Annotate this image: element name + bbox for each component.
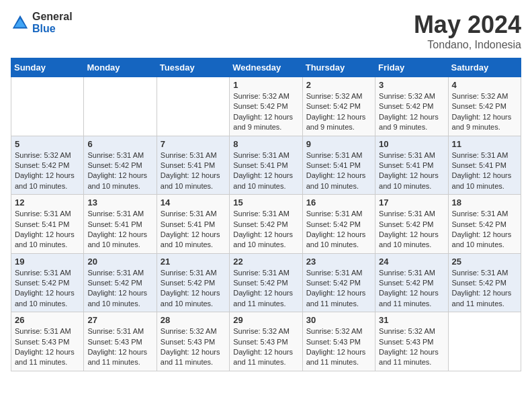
day-number: 3	[379, 80, 444, 90]
day-number: 10	[379, 139, 444, 149]
day-header-thursday: Thursday	[302, 58, 375, 77]
day-number: 19	[15, 257, 80, 267]
day-cell: 23Sunrise: 5:31 AM Sunset: 5:42 PM Dayli…	[302, 253, 375, 312]
day-info: Sunrise: 5:31 AM Sunset: 5:41 PM Dayligh…	[15, 209, 80, 250]
day-cell	[84, 77, 157, 136]
day-cell: 30Sunrise: 5:32 AM Sunset: 5:43 PM Dayli…	[302, 312, 375, 371]
day-cell: 3Sunrise: 5:32 AM Sunset: 5:42 PM Daylig…	[375, 77, 448, 136]
logo-text: General Blue	[32, 11, 73, 34]
day-number: 5	[15, 139, 80, 149]
day-info: Sunrise: 5:31 AM Sunset: 5:42 PM Dayligh…	[379, 209, 444, 250]
logo-general: General	[32, 11, 73, 23]
day-info: Sunrise: 5:31 AM Sunset: 5:42 PM Dayligh…	[452, 268, 517, 310]
day-info: Sunrise: 5:31 AM Sunset: 5:42 PM Dayligh…	[161, 268, 226, 310]
calendar-title: May 2024	[414, 11, 521, 39]
day-info: Sunrise: 5:31 AM Sunset: 5:41 PM Dayligh…	[233, 150, 298, 192]
day-cell: 16Sunrise: 5:31 AM Sunset: 5:42 PM Dayli…	[302, 195, 375, 254]
calendar-table: SundayMondayTuesdayWednesdayThursdayFrid…	[11, 58, 521, 371]
day-number: 18	[452, 197, 517, 208]
day-info: Sunrise: 5:31 AM Sunset: 5:41 PM Dayligh…	[87, 209, 152, 250]
day-info: Sunrise: 5:31 AM Sunset: 5:43 PM Dayligh…	[15, 326, 80, 368]
day-header-sunday: Sunday	[11, 58, 84, 77]
logo-icon	[11, 13, 30, 32]
day-info: Sunrise: 5:31 AM Sunset: 5:42 PM Dayligh…	[87, 150, 152, 192]
day-info: Sunrise: 5:31 AM Sunset: 5:42 PM Dayligh…	[87, 268, 152, 310]
day-info: Sunrise: 5:31 AM Sunset: 5:42 PM Dayligh…	[15, 268, 80, 310]
day-header-friday: Friday	[375, 58, 448, 77]
logo-blue: Blue	[32, 23, 73, 35]
day-number: 9	[306, 139, 371, 149]
day-number: 21	[161, 257, 226, 267]
week-row-4: 19Sunrise: 5:31 AM Sunset: 5:42 PM Dayli…	[11, 253, 521, 312]
day-cell: 12Sunrise: 5:31 AM Sunset: 5:41 PM Dayli…	[11, 195, 84, 254]
page-header: General Blue May 2024 Tondano, Indonesia	[11, 11, 521, 51]
day-info: Sunrise: 5:32 AM Sunset: 5:43 PM Dayligh…	[379, 326, 444, 368]
day-number: 24	[379, 257, 444, 267]
day-cell: 1Sunrise: 5:32 AM Sunset: 5:42 PM Daylig…	[230, 77, 302, 136]
day-info: Sunrise: 5:31 AM Sunset: 5:42 PM Dayligh…	[233, 209, 298, 250]
day-info: Sunrise: 5:31 AM Sunset: 5:41 PM Dayligh…	[452, 150, 517, 192]
day-info: Sunrise: 5:32 AM Sunset: 5:43 PM Dayligh…	[161, 326, 226, 368]
header-row: SundayMondayTuesdayWednesdayThursdayFrid…	[11, 58, 521, 77]
day-info: Sunrise: 5:32 AM Sunset: 5:43 PM Dayligh…	[306, 326, 371, 368]
day-number: 26	[15, 315, 80, 325]
day-cell: 17Sunrise: 5:31 AM Sunset: 5:42 PM Dayli…	[375, 195, 448, 254]
day-cell: 6Sunrise: 5:31 AM Sunset: 5:42 PM Daylig…	[84, 136, 157, 195]
day-cell: 4Sunrise: 5:32 AM Sunset: 5:42 PM Daylig…	[448, 77, 521, 136]
week-row-3: 12Sunrise: 5:31 AM Sunset: 5:41 PM Dayli…	[11, 195, 521, 254]
day-cell: 5Sunrise: 5:32 AM Sunset: 5:42 PM Daylig…	[11, 136, 84, 195]
day-header-wednesday: Wednesday	[230, 58, 302, 77]
day-info: Sunrise: 5:32 AM Sunset: 5:42 PM Dayligh…	[15, 150, 80, 192]
day-info: Sunrise: 5:32 AM Sunset: 5:43 PM Dayligh…	[233, 326, 298, 368]
day-number: 30	[306, 315, 371, 325]
day-cell: 19Sunrise: 5:31 AM Sunset: 5:42 PM Dayli…	[11, 253, 84, 312]
day-cell: 11Sunrise: 5:31 AM Sunset: 5:41 PM Dayli…	[448, 136, 521, 195]
day-number: 22	[233, 257, 298, 267]
day-cell: 10Sunrise: 5:31 AM Sunset: 5:41 PM Dayli…	[375, 136, 448, 195]
calendar-subtitle: Tondano, Indonesia	[414, 39, 521, 51]
day-cell: 13Sunrise: 5:31 AM Sunset: 5:41 PM Dayli…	[84, 195, 157, 254]
day-cell	[11, 77, 84, 136]
day-cell: 27Sunrise: 5:31 AM Sunset: 5:43 PM Dayli…	[84, 312, 157, 371]
day-number: 23	[306, 257, 371, 267]
day-header-tuesday: Tuesday	[157, 58, 229, 77]
day-info: Sunrise: 5:31 AM Sunset: 5:41 PM Dayligh…	[306, 150, 371, 192]
day-cell: 14Sunrise: 5:31 AM Sunset: 5:41 PM Dayli…	[157, 195, 229, 254]
day-number: 11	[452, 139, 517, 149]
week-row-1: 1Sunrise: 5:32 AM Sunset: 5:42 PM Daylig…	[11, 77, 521, 136]
day-cell: 8Sunrise: 5:31 AM Sunset: 5:41 PM Daylig…	[230, 136, 302, 195]
day-cell: 24Sunrise: 5:31 AM Sunset: 5:42 PM Dayli…	[375, 253, 448, 312]
day-number: 28	[161, 315, 226, 325]
day-number: 31	[379, 315, 444, 325]
day-cell: 18Sunrise: 5:31 AM Sunset: 5:42 PM Dayli…	[448, 195, 521, 254]
day-cell	[448, 312, 521, 371]
title-section: May 2024 Tondano, Indonesia	[414, 11, 521, 51]
day-cell: 7Sunrise: 5:31 AM Sunset: 5:41 PM Daylig…	[157, 136, 229, 195]
day-cell: 31Sunrise: 5:32 AM Sunset: 5:43 PM Dayli…	[375, 312, 448, 371]
day-number: 6	[87, 139, 152, 149]
day-info: Sunrise: 5:31 AM Sunset: 5:42 PM Dayligh…	[306, 268, 371, 310]
day-header-saturday: Saturday	[448, 58, 521, 77]
week-row-5: 26Sunrise: 5:31 AM Sunset: 5:43 PM Dayli…	[11, 312, 521, 371]
day-number: 2	[306, 80, 371, 90]
day-number: 12	[15, 197, 80, 208]
day-number: 25	[452, 257, 517, 267]
day-info: Sunrise: 5:31 AM Sunset: 5:42 PM Dayligh…	[452, 209, 517, 250]
logo: General Blue	[11, 11, 73, 34]
day-info: Sunrise: 5:32 AM Sunset: 5:42 PM Dayligh…	[452, 91, 517, 133]
day-number: 16	[306, 197, 371, 208]
day-number: 4	[452, 80, 517, 90]
day-number: 27	[87, 315, 152, 325]
day-info: Sunrise: 5:31 AM Sunset: 5:42 PM Dayligh…	[379, 268, 444, 310]
day-number: 15	[233, 197, 298, 208]
day-cell: 28Sunrise: 5:32 AM Sunset: 5:43 PM Dayli…	[157, 312, 229, 371]
day-number: 1	[233, 80, 298, 90]
day-cell: 20Sunrise: 5:31 AM Sunset: 5:42 PM Dayli…	[84, 253, 157, 312]
day-number: 7	[161, 139, 226, 149]
day-cell: 15Sunrise: 5:31 AM Sunset: 5:42 PM Dayli…	[230, 195, 302, 254]
day-cell: 2Sunrise: 5:32 AM Sunset: 5:42 PM Daylig…	[302, 77, 375, 136]
day-cell: 22Sunrise: 5:31 AM Sunset: 5:42 PM Dayli…	[230, 253, 302, 312]
week-row-2: 5Sunrise: 5:32 AM Sunset: 5:42 PM Daylig…	[11, 136, 521, 195]
day-cell: 21Sunrise: 5:31 AM Sunset: 5:42 PM Dayli…	[157, 253, 229, 312]
day-cell: 9Sunrise: 5:31 AM Sunset: 5:41 PM Daylig…	[302, 136, 375, 195]
